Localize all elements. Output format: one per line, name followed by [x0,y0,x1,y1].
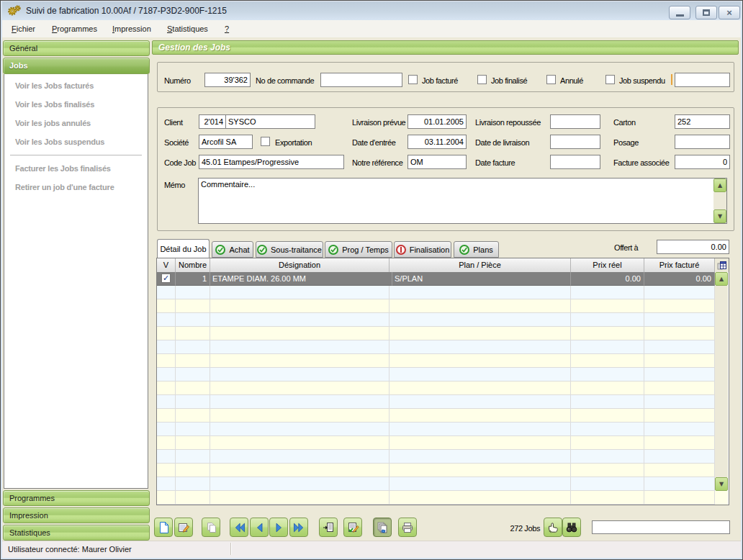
print-button[interactable] [398,518,417,537]
column-settings-button[interactable] [715,258,729,272]
row-checkbox[interactable]: ✓ [161,274,171,283]
date-facture-input[interactable] [550,155,600,169]
client-name-input[interactable] [225,114,315,129]
table-scroll-track[interactable] [715,286,728,477]
no-commande-input[interactable] [320,73,402,87]
tab-sous-traitance[interactable]: Sous-traitance [256,241,323,258]
column-header-4[interactable]: Prix réel [571,258,644,272]
code-job-input[interactable] [199,155,344,169]
menu-item-programmes[interactable]: Programmes [52,20,97,36]
sidebar-section-general[interactable]: Général [3,40,150,56]
societe-input[interactable] [199,135,253,149]
copy-document-icon [204,521,217,534]
suspendu-info-input[interactable] [675,73,730,87]
edit-button[interactable] [174,518,193,537]
table-scroll-up-button[interactable]: ▲ [715,272,728,286]
tab-label: Achat [229,245,249,254]
memo-textarea[interactable]: Commentaire... [198,178,727,224]
code-job-label: Code Job [164,158,196,168]
binoculars-icon [565,521,578,534]
column-header-2[interactable]: Désignation [210,258,389,272]
livraison-prevue-input[interactable] [407,114,467,129]
table-row-empty [157,354,729,368]
tab-d-tail-du-job[interactable]: Détail du Job [157,239,210,258]
job-finalise-checkbox[interactable] [477,75,487,84]
posage-input[interactable] [675,135,730,149]
sidebar-section-statistiques[interactable]: Statistiques [3,525,150,541]
memo-label: Mémo [164,180,185,190]
menu-item-fichier[interactable]: Fichier [12,20,35,36]
sidebar-section-programmes[interactable]: Programmes [3,490,150,506]
menu-item-?[interactable]: ? [225,20,229,36]
first-button[interactable] [230,518,248,537]
last-button[interactable] [289,518,308,537]
previous-button[interactable] [250,518,269,537]
date-facture-label: Date facture [475,158,515,168]
sidebar-item-5[interactable]: Retirer un job d'une facture [4,178,148,197]
tab-check-icon [459,245,469,255]
assign-button[interactable] [544,518,562,537]
minimize-button[interactable] [669,6,690,19]
column-header-1[interactable]: Nombre [176,258,210,272]
memo-scroll-down-button[interactable]: ▼ [713,209,726,223]
status-bar: Utilisateur connecté: Maurer Olivier [2,541,741,558]
status-text: Utilisateur connecté: Maurer Olivier [8,545,132,554]
next-record-icon [273,522,285,533]
duplicate-button[interactable] [373,518,392,537]
maximize-button[interactable] [695,6,717,19]
table-scroll-down-button[interactable]: ▼ [715,477,728,491]
date-entree-input[interactable] [407,135,467,149]
client-code-input[interactable] [199,114,226,129]
row-check-cell[interactable]: ✓ [157,272,176,286]
annule-checkbox[interactable] [546,75,556,84]
focus-tick [671,74,672,85]
search-button[interactable] [562,518,581,537]
sidebar-section-jobs[interactable]: Jobs [3,58,150,74]
export-button[interactable] [319,518,338,537]
sidebar-item-1[interactable]: Voir les Jobs finalisés [4,95,148,114]
tab-achat[interactable]: Achat [212,241,253,258]
job-suspendu-checkbox[interactable] [605,75,615,84]
sidebar-item-2[interactable]: Voir les jobs annulés [4,114,148,132]
tab-alert-icon [396,245,406,255]
job-facture-checkbox[interactable] [408,75,418,84]
validate-button[interactable] [343,518,362,537]
menu-item-statistiques[interactable]: Statistiques [167,20,208,36]
column-header-0[interactable]: V [157,258,176,272]
table-row-empty [157,313,729,327]
tab-finalisation[interactable]: Finalisation [394,241,451,258]
facture-associee-input[interactable] [675,155,730,169]
job-count-label: 272 Jobs [475,523,540,533]
exportation-checkbox[interactable] [261,137,270,146]
sidebar-item-0[interactable]: Voir les Jobs facturés [4,76,148,95]
menu-item-impression[interactable]: Impression [112,20,151,36]
tab-label: Sous-traitance [271,245,322,254]
memo-scroll-up-button[interactable]: ▲ [713,179,726,192]
column-header-5[interactable]: Prix facturé [644,258,715,272]
memo-scroll-track[interactable] [713,192,726,209]
search-input[interactable] [592,520,730,534]
sidebar-item-4[interactable]: Facturer les Jobs finalisés [4,159,148,178]
table-row-empty [157,464,729,477]
table-row-empty [157,395,729,409]
numero-input[interactable] [204,73,251,87]
sidebar-section-jobs-label: Jobs [9,61,28,70]
carton-label: Carton [613,117,636,127]
date-livraison-input[interactable] [550,135,600,149]
copy-button[interactable] [202,518,220,537]
tab-prog-temps[interactable]: Prog / Temps [325,241,392,258]
table-row-selected[interactable]: ✓1ETAMPE DIAM. 26.00 MMS/PLAN0.000.00 [157,272,729,286]
close-button[interactable]: × [719,6,740,19]
carton-input[interactable] [675,114,730,129]
offert-a-input[interactable] [657,240,729,254]
next-button[interactable] [269,518,288,537]
sidebar-section-impression[interactable]: Impression [3,507,150,523]
column-header-3[interactable]: Plan / Pièce [389,258,571,272]
new-button[interactable] [154,518,173,537]
sidebar-item-3[interactable]: Voir les Jobs suspendus [4,132,148,151]
tab-plans[interactable]: Plans [454,241,499,258]
livraison-repoussee-input[interactable] [550,114,600,129]
table-row-empty [157,450,729,464]
tab-label: Finalisation [410,245,450,254]
notre-reference-input[interactable] [407,155,467,169]
